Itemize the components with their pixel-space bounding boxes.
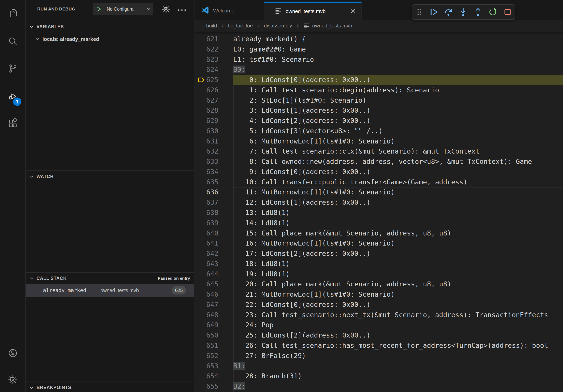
code-area[interactable]: 621already_marked() {622L0: game#2#0: Ga…: [195, 32, 563, 392]
line-number[interactable]: 626: [195, 85, 218, 95]
line-number[interactable]: 642: [195, 248, 218, 259]
code-text[interactable]: 15: Call place_mark(&mut Scenario, addre…: [233, 228, 563, 238]
launch-configuration-dropdown[interactable]: No Configura: [93, 3, 153, 15]
line-number[interactable]: 643: [195, 259, 218, 269]
line-number[interactable]: 647: [195, 300, 218, 310]
code-text[interactable]: 2: StLoc[1](ts#1#0: Scenario): [233, 95, 563, 105]
code-text[interactable]: B0:: [233, 65, 563, 75]
settings-button[interactable]: [0, 375, 26, 386]
sidebar-item-extensions[interactable]: [0, 118, 26, 129]
restart-button[interactable]: [488, 7, 498, 17]
code-text[interactable]: 3: LdConst[1](address: 0x00..): [233, 105, 563, 116]
code-text[interactable]: 10: Call transfer::public_transfer<Game>…: [233, 177, 563, 187]
line-number[interactable]: 621: [195, 34, 218, 44]
code-text[interactable]: 7: Call test_scenario::ctx(&mut Scenario…: [233, 146, 563, 157]
line-number[interactable]: 632: [195, 146, 218, 157]
code-text[interactable]: 1: Call test_scenario::begin(address): S…: [233, 85, 563, 95]
code-text[interactable]: 0: LdConst[0](address: 0x00..): [233, 75, 563, 85]
line-number[interactable]: 631: [195, 136, 218, 146]
line-number[interactable]: 627: [195, 95, 218, 105]
call-stack-frame[interactable]: already_marked owned_tests.mvb 625: [26, 284, 194, 297]
code-text[interactable]: B1:: [233, 361, 563, 371]
breadcrumb-item[interactable]: build: [206, 23, 217, 29]
code-text[interactable]: 24: Pop: [233, 320, 563, 330]
code-text[interactable]: 13: LdU8(1): [233, 208, 563, 218]
section-divider[interactable]: [26, 381, 194, 382]
sidebar-item-source-control[interactable]: [0, 63, 26, 74]
section-divider[interactable]: [26, 272, 194, 273]
step-into-button[interactable]: [459, 7, 468, 17]
line-number[interactable]: 623: [195, 54, 218, 65]
code-text[interactable]: 4: LdConst[2](address: 0x00..): [233, 116, 563, 126]
code-text[interactable]: 23: Call test_scenario::next_tx(&mut Sce…: [233, 310, 563, 320]
line-number[interactable]: 629: [195, 116, 218, 126]
code-text[interactable]: 28: Branch(31): [233, 371, 563, 381]
line-number[interactable]: 638: [195, 208, 218, 218]
code-text[interactable]: 17: LdConst[2](address: 0x00..): [233, 248, 563, 259]
line-number[interactable]: 648: [195, 310, 218, 320]
line-number[interactable]: 630: [195, 126, 218, 136]
watch-section-header[interactable]: WATCH: [26, 172, 194, 181]
line-number[interactable]: 639: [195, 218, 218, 228]
sidebar-item-run-and-debug[interactable]: [0, 91, 26, 102]
code-text[interactable]: 11: MutBorrowLoc[1](ts#1#0: Scenario): [233, 187, 563, 197]
close-icon[interactable]: [350, 8, 356, 15]
code-text[interactable]: 25: LdConst[2](address: 0x00..): [233, 330, 563, 340]
line-number[interactable]: 644: [195, 269, 218, 279]
line-number[interactable]: 633: [195, 157, 218, 167]
line-number[interactable]: 636: [195, 187, 218, 197]
sidebar-item-search[interactable]: [0, 36, 26, 47]
account-button[interactable]: [0, 348, 26, 359]
code-text[interactable]: 19: LdU8(1): [233, 269, 563, 279]
sidebar-item-explorer[interactable]: [0, 8, 26, 19]
breadcrumb-item[interactable]: tic_tac_toe: [228, 23, 253, 29]
code-text[interactable]: 16: MutBorrowLoc[1](ts#1#0: Scenario): [233, 238, 563, 248]
code-text[interactable]: 6: MutBorrowLoc[1](ts#1#0: Scenario): [233, 136, 563, 146]
breakpoints-section-header[interactable]: BREAKPOINTS: [26, 383, 194, 392]
tab-owned-tests[interactable]: owned_tests.mvb: [264, 1, 362, 20]
call-stack-section-header[interactable]: CALL STACK Paused on entry: [26, 274, 194, 283]
start-debugging-button[interactable]: [93, 5, 104, 13]
continue-button[interactable]: [429, 7, 438, 17]
code-text[interactable]: 12: LdConst[1](address: 0x00..): [233, 197, 563, 208]
line-number[interactable]: 654: [195, 371, 218, 381]
stop-button[interactable]: [503, 7, 512, 17]
code-text[interactable]: 20: Call place_mark(&mut Scenario, addre…: [233, 279, 563, 289]
line-number[interactable]: 628: [195, 105, 218, 116]
line-number[interactable]: 650: [195, 330, 218, 340]
line-number[interactable]: 649: [195, 320, 218, 330]
line-number[interactable]: 646: [195, 289, 218, 300]
line-number[interactable]: 634: [195, 167, 218, 177]
line-number[interactable]: 640: [195, 228, 218, 238]
tab-welcome[interactable]: Welcome: [195, 1, 264, 20]
code-text[interactable]: 18: LdU8(1): [233, 259, 563, 269]
variables-scope-locals[interactable]: locals: already_marked: [26, 34, 194, 44]
code-text[interactable]: L1: ts#1#0: Scenario: [233, 54, 563, 65]
variables-section-header[interactable]: VARIABLES: [26, 22, 194, 31]
code-text[interactable]: 9: LdConst[0](address: 0x00..): [233, 167, 563, 177]
step-out-button[interactable]: [473, 7, 483, 17]
line-number[interactable]: 637: [195, 197, 218, 208]
more-actions-icon[interactable]: [176, 5, 189, 15]
line-number[interactable]: 653: [195, 361, 218, 371]
toolbar-drag-handle[interactable]: [415, 7, 423, 17]
code-text[interactable]: 21: MutBorrowLoc[1](ts#1#0: Scenario): [233, 289, 563, 300]
code-text[interactable]: B2:: [233, 381, 563, 392]
line-number[interactable]: 651: [195, 340, 218, 351]
line-number[interactable]: 635: [195, 177, 218, 187]
code-text[interactable]: 27: BrFalse(29): [233, 351, 563, 361]
code-text[interactable]: 14: LdU8(1): [233, 218, 563, 228]
breadcrumb-item-file[interactable]: owned_tests.mvb: [312, 23, 352, 29]
line-number[interactable]: 645: [195, 279, 218, 289]
code-text[interactable]: 8: Call owned::new(address, address, vec…: [233, 157, 563, 167]
line-number[interactable]: 655: [195, 381, 218, 392]
code-text[interactable]: 5: LdConst[3](vector<u8>: "" /..): [233, 126, 563, 136]
debug-settings-gear-icon[interactable]: [162, 5, 171, 15]
code-text[interactable]: L0: game#2#0: Game: [233, 44, 563, 54]
line-number[interactable]: 652: [195, 351, 218, 361]
code-text[interactable]: already_marked() {: [233, 34, 563, 44]
line-number[interactable]: 641: [195, 238, 218, 248]
code-text[interactable]: 26: Call test_scenario::has_most_recent_…: [233, 340, 563, 351]
line-number[interactable]: 622: [195, 44, 218, 54]
section-divider[interactable]: [26, 170, 194, 170]
